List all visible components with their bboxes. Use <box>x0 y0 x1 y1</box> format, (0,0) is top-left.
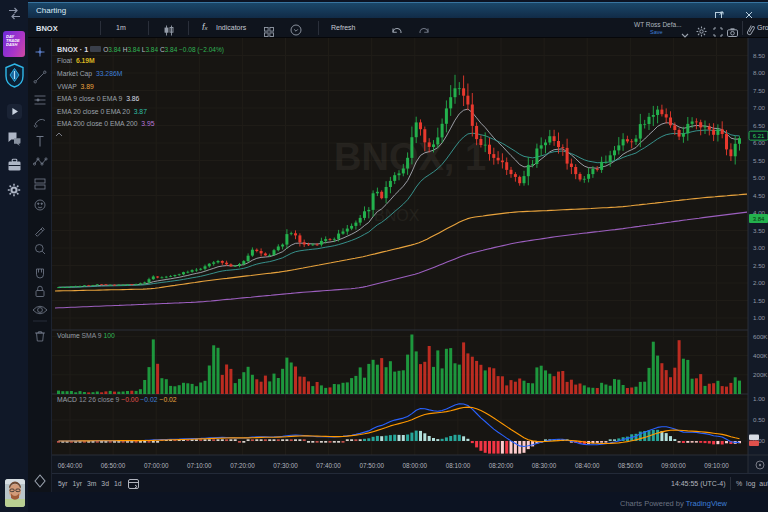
svg-text:08:30:00: 08:30:00 <box>532 462 557 469</box>
svg-text:200K: 200K <box>753 371 768 378</box>
svg-text:8.50: 8.50 <box>753 52 766 59</box>
svg-text:7.00: 7.00 <box>753 104 766 111</box>
svg-text:06:40:00: 06:40:00 <box>58 462 83 469</box>
svg-text:7.50: 7.50 <box>753 87 766 94</box>
svg-text:07:00:00: 07:00:00 <box>144 462 169 469</box>
svg-text:07:50:00: 07:50:00 <box>359 462 384 469</box>
svg-text:08:40:00: 08:40:00 <box>575 462 600 469</box>
svg-text:600K: 600K <box>753 333 768 340</box>
svg-text:07:30:00: 07:30:00 <box>273 462 298 469</box>
svg-text:08:10:00: 08:10:00 <box>446 462 471 469</box>
svg-text:08:00:00: 08:00:00 <box>403 462 428 469</box>
svg-text:1.00: 1.00 <box>753 314 766 321</box>
svg-text:8.00: 8.00 <box>753 69 766 76</box>
svg-text:1.50: 1.50 <box>753 297 766 304</box>
svg-text:3.50: 3.50 <box>753 227 766 234</box>
svg-text:BNOX, 1: BNOX, 1 <box>334 136 486 178</box>
svg-text:4.50: 4.50 <box>753 192 766 199</box>
svg-text:07:10:00: 07:10:00 <box>187 462 212 469</box>
svg-text:07:40:00: 07:40:00 <box>316 462 341 469</box>
svg-text:2.50: 2.50 <box>753 262 766 269</box>
svg-text:08:50:00: 08:50:00 <box>618 462 643 469</box>
svg-text:07:20:00: 07:20:00 <box>230 462 255 469</box>
svg-text:2.00: 2.00 <box>753 279 766 286</box>
svg-text:08:20:00: 08:20:00 <box>489 462 514 469</box>
svg-text:09:10:00: 09:10:00 <box>704 462 729 469</box>
svg-text:3.84: 3.84 <box>753 216 765 222</box>
svg-text:06:50:00: 06:50:00 <box>101 462 126 469</box>
svg-text:6.50: 6.50 <box>753 122 766 129</box>
svg-text:3.00: 3.00 <box>753 244 766 251</box>
svg-text:5.00: 5.00 <box>753 174 766 181</box>
svg-text:0.50: 0.50 <box>753 416 766 423</box>
svg-text:6.21: 6.21 <box>753 133 765 139</box>
svg-text:1.00: 1.00 <box>753 395 766 402</box>
svg-text:5.50: 5.50 <box>753 157 766 164</box>
svg-text:09:00:00: 09:00:00 <box>661 462 686 469</box>
svg-text:400K: 400K <box>753 352 768 359</box>
